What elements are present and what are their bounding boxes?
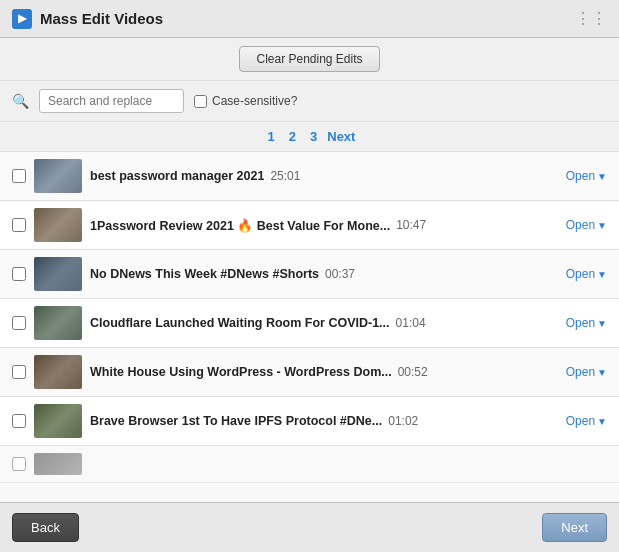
video-thumbnail-partial [34, 453, 82, 475]
video-thumbnail-0 [34, 159, 82, 193]
pagination-next[interactable]: Next [327, 129, 355, 144]
video-info-5: Brave Browser 1st To Have IPFS Protocol … [90, 414, 558, 428]
app-icon: ▶ [12, 9, 32, 29]
window-title: Mass Edit Videos [40, 10, 163, 27]
open-button-4[interactable]: Open ▼ [566, 365, 607, 379]
video-thumbnail-3 [34, 306, 82, 340]
table-row: White House Using WordPress - WordPress … [0, 348, 619, 397]
table-row: Brave Browser 1st To Have IPFS Protocol … [0, 397, 619, 446]
open-arrow-icon-4: ▼ [597, 367, 607, 378]
table-row-partial [0, 446, 619, 483]
video-title-1: 1Password Review 2021 🔥 Best Value For M… [90, 218, 390, 233]
clear-pending-button[interactable]: Clear Pending Edits [239, 46, 379, 72]
video-thumbnail-1 [34, 208, 82, 242]
video-info-4: White House Using WordPress - WordPress … [90, 365, 558, 379]
titlebar: ▶ Mass Edit Videos ⋮⋮ [0, 0, 619, 38]
pagination: 1 2 3 Next [0, 122, 619, 152]
mass-edit-window: ▶ Mass Edit Videos ⋮⋮ Clear Pending Edit… [0, 0, 619, 552]
page-2[interactable]: 2 [285, 128, 300, 145]
next-button[interactable]: Next [542, 513, 607, 542]
video-title-2: No DNews This Week #DNews #Shorts [90, 267, 319, 281]
video-title-3: Cloudflare Launched Waiting Room For COV… [90, 316, 390, 330]
video-thumbnail-2 [34, 257, 82, 291]
row-checkbox-3[interactable] [12, 316, 26, 330]
drag-handle: ⋮⋮ [575, 9, 607, 28]
row-checkbox-2[interactable] [12, 267, 26, 281]
row-checkbox-0[interactable] [12, 169, 26, 183]
case-sensitive-label: Case-sensitive? [212, 94, 297, 108]
open-button-3[interactable]: Open ▼ [566, 316, 607, 330]
video-duration-3: 01:04 [396, 316, 426, 330]
video-duration-4: 00:52 [398, 365, 428, 379]
open-button-2[interactable]: Open ▼ [566, 267, 607, 281]
video-info-3: Cloudflare Launched Waiting Room For COV… [90, 316, 558, 330]
video-list: best password manager 2021 25:01 Open ▼ … [0, 152, 619, 502]
search-input[interactable] [39, 89, 184, 113]
table-row: best password manager 2021 25:01 Open ▼ [0, 152, 619, 201]
table-row: 1Password Review 2021 🔥 Best Value For M… [0, 201, 619, 250]
row-checkbox-1[interactable] [12, 218, 26, 232]
video-info-2: No DNews This Week #DNews #Shorts 00:37 [90, 267, 558, 281]
case-sensitive-checkbox[interactable] [194, 95, 207, 108]
back-button[interactable]: Back [12, 513, 79, 542]
video-title-4: White House Using WordPress - WordPress … [90, 365, 392, 379]
case-sensitive-wrap: Case-sensitive? [194, 94, 297, 108]
footer: Back Next [0, 502, 619, 552]
video-title-0: best password manager 2021 [90, 169, 264, 183]
search-icon: 🔍 [12, 93, 29, 109]
video-thumbnail-5 [34, 404, 82, 438]
video-duration-1: 10:47 [396, 218, 426, 232]
video-duration-0: 25:01 [270, 169, 300, 183]
row-checkbox-partial[interactable] [12, 457, 26, 471]
page-3[interactable]: 3 [306, 128, 321, 145]
video-duration-5: 01:02 [388, 414, 418, 428]
video-title-5: Brave Browser 1st To Have IPFS Protocol … [90, 414, 382, 428]
page-1[interactable]: 1 [264, 128, 279, 145]
row-checkbox-4[interactable] [12, 365, 26, 379]
open-button-1[interactable]: Open ▼ [566, 218, 607, 232]
table-row: Cloudflare Launched Waiting Room For COV… [0, 299, 619, 348]
video-info-1: 1Password Review 2021 🔥 Best Value For M… [90, 218, 558, 233]
row-checkbox-5[interactable] [12, 414, 26, 428]
open-arrow-icon-0: ▼ [597, 171, 607, 182]
open-arrow-icon-5: ▼ [597, 416, 607, 427]
open-arrow-icon-3: ▼ [597, 318, 607, 329]
table-row: No DNews This Week #DNews #Shorts 00:37 … [0, 250, 619, 299]
open-button-0[interactable]: Open ▼ [566, 169, 607, 183]
video-thumbnail-4 [34, 355, 82, 389]
video-info-0: best password manager 2021 25:01 [90, 169, 558, 183]
toolbar: Clear Pending Edits [0, 38, 619, 81]
open-button-5[interactable]: Open ▼ [566, 414, 607, 428]
search-bar: 🔍 Case-sensitive? [0, 81, 619, 122]
video-duration-2: 00:37 [325, 267, 355, 281]
open-arrow-icon-2: ▼ [597, 269, 607, 280]
open-arrow-icon-1: ▼ [597, 220, 607, 231]
